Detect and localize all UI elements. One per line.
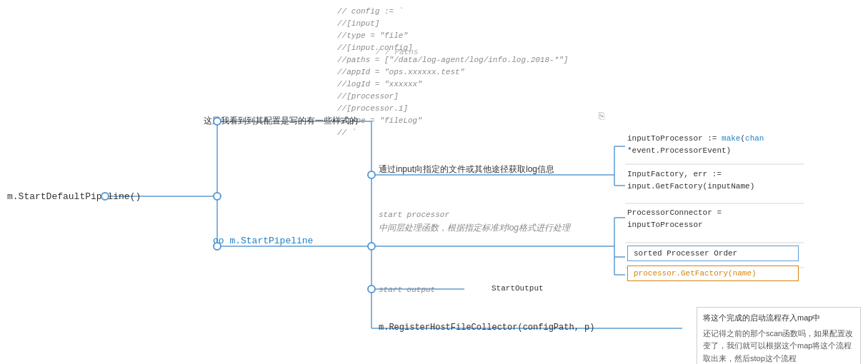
processor-connector-code: ProcessorConnector =inputToProcessor bbox=[627, 207, 722, 231]
comment-detail: 还记得之前的那个scan函数吗，如果配置改变了，我们就可以根据这个map将这个流… bbox=[703, 328, 854, 364]
copy-icon[interactable]: ⎘ bbox=[599, 111, 604, 122]
processor-get-factory-box: processor.GetFactory(name) bbox=[627, 266, 799, 281]
start-output-label: start output bbox=[379, 284, 435, 296]
paths-comment: / / Paths bbox=[376, 48, 418, 56]
input-to-processor-code: inputToProcessor := make(chan*event.Proc… bbox=[627, 133, 764, 156]
node-main bbox=[213, 192, 221, 201]
processor-cn-label: 中间层处理函数，根据指定标准对log格式进行处理 bbox=[379, 221, 570, 234]
node-config bbox=[213, 117, 221, 126]
node-processor bbox=[367, 242, 376, 251]
code-comment-block: // config := ` //[input] //type = "file"… bbox=[329, 0, 607, 146]
config-annotation: 这里我看到到其配置是写的有一些样式的 bbox=[204, 114, 358, 127]
start-processor-label: start processor bbox=[379, 209, 449, 221]
start-output-func: StartOutput bbox=[492, 284, 544, 293]
goroutine-label: go m.StartPipeline bbox=[213, 236, 313, 246]
input-annotation: 通过input向指定的文件或其他途径获取log信息 bbox=[379, 163, 554, 176]
node-output bbox=[367, 285, 376, 293]
node-start-default-pipeline bbox=[101, 192, 109, 201]
node-goroutine bbox=[213, 242, 221, 251]
comment-box: 将这个完成的启动流程存入map中 还记得之前的那个scan函数吗，如果配置改变了… bbox=[697, 307, 861, 364]
register-func-label: m.RegisterHostFileCollector(configPath, … bbox=[379, 323, 594, 333]
start-default-pipeline-label: m.StartDefaultPipeline() bbox=[7, 191, 141, 202]
input-factory-code: InputFactory, err :=input.GetFactory(inp… bbox=[627, 168, 754, 192]
node-input bbox=[367, 171, 376, 179]
comment-title: 将这个完成的启动流程存入map中 bbox=[703, 312, 854, 325]
sorted-processor-box: sorted Processer Order bbox=[627, 246, 799, 261]
